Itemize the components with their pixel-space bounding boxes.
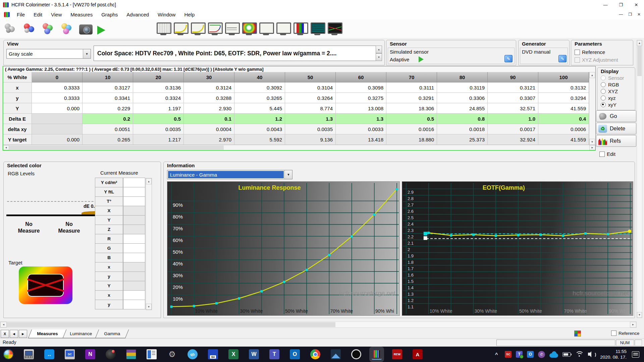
grid-cell[interactable]: 41.559 — [538, 103, 589, 114]
edit-checkbox-row[interactable]: Edit — [599, 151, 615, 157]
photos-app-taskbar-icon[interactable] — [331, 349, 341, 359]
grid-cell[interactable]: 0.265 — [83, 134, 133, 145]
grid-cell[interactable]: 0.3119 — [437, 82, 488, 93]
grid-scroll-down-icon[interactable]: ▼ — [589, 139, 595, 145]
grid-cell[interactable]: 5.592 — [234, 134, 285, 145]
grid-cell[interactable]: 25.373 — [437, 134, 488, 145]
grid-scroll-left-icon[interactable]: ◄ — [3, 145, 9, 150]
close-button[interactable]: ✕ — [629, 0, 644, 9]
grid-cell[interactable]: 0.3121 — [488, 82, 538, 93]
grid-hscroll-thumb[interactable] — [9, 145, 224, 150]
display-option-rgb[interactable]: RGB — [601, 82, 635, 87]
edit-checkbox[interactable] — [599, 152, 605, 157]
grid-cell[interactable]: 0.3136 — [133, 82, 184, 93]
grid-cell[interactable]: 0.3127 — [83, 82, 133, 93]
action-center-icon[interactable] — [632, 351, 639, 358]
sensor-run-icon[interactable] — [419, 56, 424, 62]
display-option-xyz[interactable]: xyz — [601, 95, 635, 101]
multi-line-button[interactable] — [310, 22, 325, 36]
grid-cell[interactable]: 13.008 — [336, 103, 386, 114]
grid-cell[interactable] — [32, 124, 83, 134]
grid-cell[interactable]: 9.136 — [285, 134, 336, 145]
information-dropdown-arrow-icon[interactable]: ▼ — [284, 170, 292, 179]
grid-cell[interactable]: 0.3288 — [184, 93, 234, 103]
palette-icon[interactable] — [574, 330, 581, 337]
tab-next-button[interactable]: ► — [19, 330, 27, 338]
grid-cell[interactable]: 32.924 — [488, 134, 538, 145]
measure-scroll-down-icon[interactable]: ▼ — [146, 304, 152, 310]
grid-cell[interactable]: 0.3265 — [234, 93, 285, 103]
minimize-button[interactable]: — — [598, 0, 613, 9]
reference-checkbox-row[interactable]: Reference — [575, 49, 605, 55]
go-button[interactable]: Go — [596, 110, 636, 122]
grid-cell[interactable]: 0.3324 — [133, 93, 184, 103]
chrome-taskbar-icon[interactable] — [310, 349, 320, 359]
radio-icon[interactable] — [601, 82, 606, 87]
atom-app-taskbar-icon[interactable] — [106, 349, 116, 359]
radio-icon[interactable] — [601, 89, 606, 94]
grid-cell[interactable]: 0.3291 — [386, 93, 437, 103]
grid-cell[interactable] — [32, 114, 83, 124]
radio-icon[interactable] — [601, 96, 606, 101]
hscroll-left-icon[interactable]: ◄ — [0, 322, 7, 327]
bottom-reference-checkbox[interactable] — [611, 330, 616, 336]
onenote-taskbar-icon[interactable]: N — [85, 349, 95, 359]
record-app-taskbar-icon[interactable] — [351, 349, 361, 359]
spheres-gray-icon[interactable] — [4, 22, 18, 36]
rew-taskbar-icon[interactable]: REW — [392, 349, 402, 359]
maximize-button[interactable]: ❐ — [613, 0, 629, 9]
grid-cell[interactable]: 0.0016 — [386, 124, 437, 134]
gear-media-taskbar-icon[interactable]: ⚙ — [167, 349, 177, 359]
grid-cell[interactable]: 24.855 — [437, 103, 488, 114]
taskbar-clock[interactable]: 11:55 2020. 08. 17. — [600, 349, 627, 360]
scroll-down-icon[interactable]: ▼ — [637, 312, 642, 318]
grid-cell[interactable]: 0.000 — [32, 103, 83, 114]
grid-cell[interactable]: 0.3132 — [538, 82, 589, 93]
tray-volume-icon[interactable] — [587, 350, 595, 358]
grid-cell[interactable]: 0.3124 — [184, 82, 234, 93]
grid-cell[interactable]: 0.8 — [437, 114, 488, 124]
colorspace-spinner[interactable]: ▲ ▼ — [376, 46, 382, 61]
grid-cell[interactable]: 32.571 — [488, 103, 538, 114]
grid-cell[interactable]: 2.930 — [184, 103, 234, 114]
radio-icon[interactable] — [601, 102, 606, 107]
contrast-chart-button[interactable] — [258, 22, 274, 36]
grid-cell[interactable]: 0.0006 — [538, 124, 589, 134]
mdi-restore-button[interactable]: ❐ — [628, 12, 632, 17]
menu-help[interactable]: Help — [180, 12, 199, 17]
menu-view[interactable]: View — [47, 12, 66, 17]
excel-taskbar-icon[interactable]: X — [228, 349, 238, 359]
qbittorrent-taskbar-icon[interactable]: qb — [187, 349, 198, 359]
grid-vertical-scrollbar[interactable]: ▲ ▼ — [589, 72, 595, 145]
grid-cell[interactable]: 0.5 — [133, 114, 184, 124]
grid-cell[interactable]: 0.3341 — [83, 93, 133, 103]
floppy-64-taskbar-icon[interactable]: 64 — [208, 349, 218, 359]
menu-file[interactable]: File — [12, 12, 29, 17]
grid-chart-button[interactable] — [156, 22, 171, 36]
grid-cell[interactable]: 0.3264 — [285, 93, 336, 103]
tab-measures[interactable]: Measures — [28, 329, 67, 338]
display-option-xyy[interactable]: xyY — [601, 102, 635, 108]
grid-cell[interactable]: 0.1 — [184, 114, 234, 124]
grid-cell[interactable]: 0.4 — [538, 114, 589, 124]
window-app-taskbar-icon[interactable] — [147, 349, 157, 359]
grid-cell[interactable]: 2.970 — [184, 134, 234, 145]
outlook-taskbar-icon[interactable]: O — [290, 349, 300, 359]
menu-measures[interactable]: Measures — [66, 12, 97, 17]
mdi-close-button[interactable]: ✕ — [637, 12, 641, 17]
grid-cell[interactable]: 0.3307 — [488, 93, 538, 103]
teamviewer-taskbar-icon[interactable]: ↔ — [44, 349, 54, 359]
hscroll-thumb[interactable] — [7, 322, 335, 327]
tab-prev-button[interactable]: ◄ — [10, 330, 18, 338]
view-mode-dropdown-arrow-icon[interactable]: ▼ — [83, 49, 91, 58]
tab-luminance[interactable]: Luminance — [61, 329, 101, 338]
grid-cell[interactable]: 1.0 — [488, 114, 538, 124]
grid-cell[interactable]: 1.197 — [133, 103, 184, 114]
near-black-white-button[interactable] — [275, 22, 291, 36]
grid-cell[interactable]: 1.3 — [285, 114, 336, 124]
levels-chart-button[interactable] — [224, 22, 239, 36]
grid-cell[interactable]: 1.217 — [133, 134, 184, 145]
start-taskbar-icon[interactable] — [3, 349, 13, 359]
grid-cell[interactable]: 0.3098 — [336, 82, 386, 93]
display-option-xyz[interactable]: XYZ — [601, 88, 635, 94]
